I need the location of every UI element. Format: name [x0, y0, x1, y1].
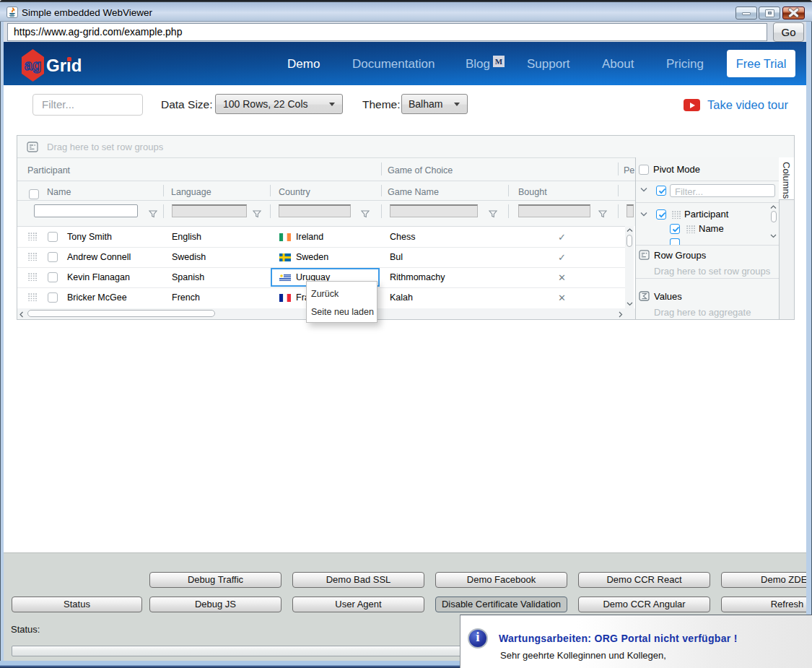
svg-text:ag: ag — [25, 57, 41, 73]
